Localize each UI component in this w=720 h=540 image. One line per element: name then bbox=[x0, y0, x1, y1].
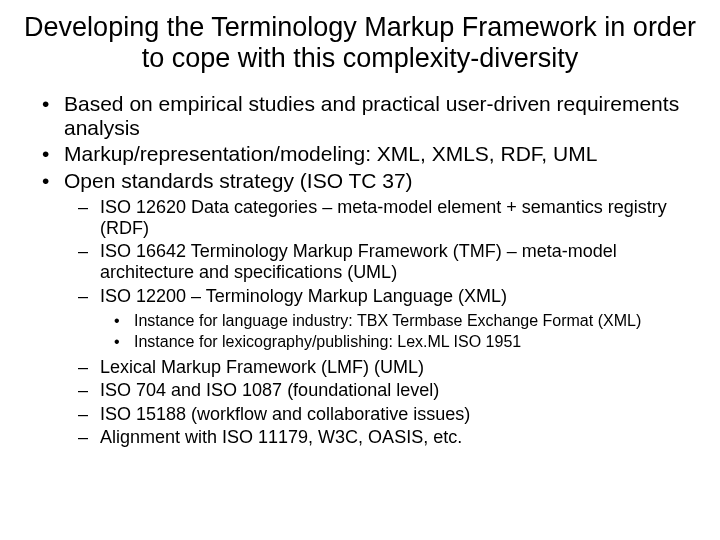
bullet-list-level2: ISO 12620 Data categories – meta-model e… bbox=[64, 197, 700, 448]
slide: Developing the Terminology Markup Framew… bbox=[0, 0, 720, 540]
bullet-list-level1: Based on empirical studies and practical… bbox=[20, 92, 700, 448]
bullet-text: Open standards strategy (ISO TC 37) bbox=[64, 169, 413, 192]
sub-item: ISO 12200 – Terminology Markup Language … bbox=[100, 286, 700, 352]
subsub-item: Instance for language industry: TBX Term… bbox=[134, 311, 700, 330]
sub-item: ISO 704 and ISO 1087 (foundational level… bbox=[100, 380, 700, 401]
bullet-item: Markup/representation/modeling: XML, XML… bbox=[64, 142, 700, 166]
sub-item: Alignment with ISO 11179, W3C, OASIS, et… bbox=[100, 427, 700, 448]
sub-item: ISO 12620 Data categories – meta-model e… bbox=[100, 197, 700, 239]
sub-item: ISO 15188 (workflow and collaborative is… bbox=[100, 404, 700, 425]
subsub-item: Instance for lexicography/publishing: Le… bbox=[134, 332, 700, 351]
slide-title: Developing the Terminology Markup Framew… bbox=[20, 12, 700, 74]
bullet-list-level3: Instance for language industry: TBX Term… bbox=[100, 311, 700, 351]
sub-text: ISO 12200 – Terminology Markup Language … bbox=[100, 286, 507, 306]
sub-item: ISO 16642 Terminology Markup Framework (… bbox=[100, 241, 700, 283]
bullet-item: Based on empirical studies and practical… bbox=[64, 92, 700, 140]
bullet-item: Open standards strategy (ISO TC 37) ISO … bbox=[64, 169, 700, 449]
sub-item: Lexical Markup Framework (LMF) (UML) bbox=[100, 357, 700, 378]
